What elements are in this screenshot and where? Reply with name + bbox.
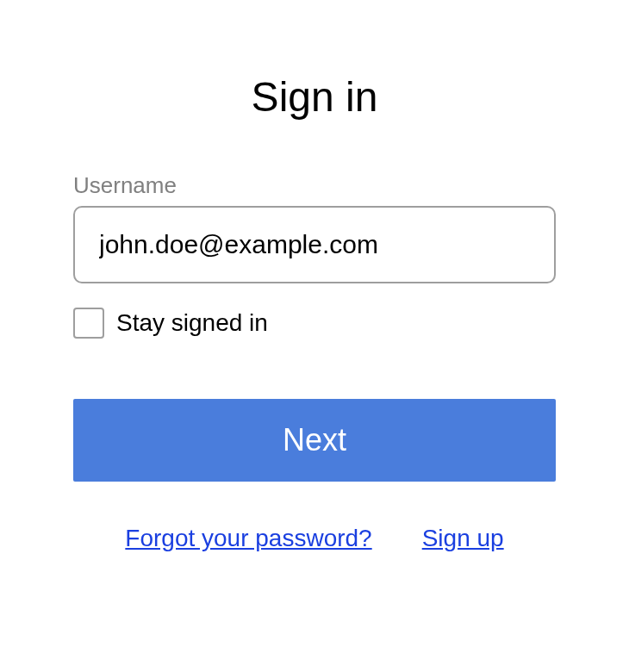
stay-signed-in-row: Stay signed in [73,308,556,339]
page-title: Sign in [73,73,556,121]
stay-signed-in-label: Stay signed in [116,309,268,337]
next-button[interactable]: Next [73,399,556,482]
forgot-password-link[interactable]: Forgot your password? [125,525,371,552]
bottom-links: Forgot your password? Sign up [73,525,556,552]
signin-form: Sign in Username Stay signed in Next For… [0,0,629,552]
signup-link[interactable]: Sign up [422,525,504,552]
username-label: Username [73,172,556,199]
username-input[interactable] [73,206,556,283]
stay-signed-in-checkbox[interactable] [73,308,104,339]
